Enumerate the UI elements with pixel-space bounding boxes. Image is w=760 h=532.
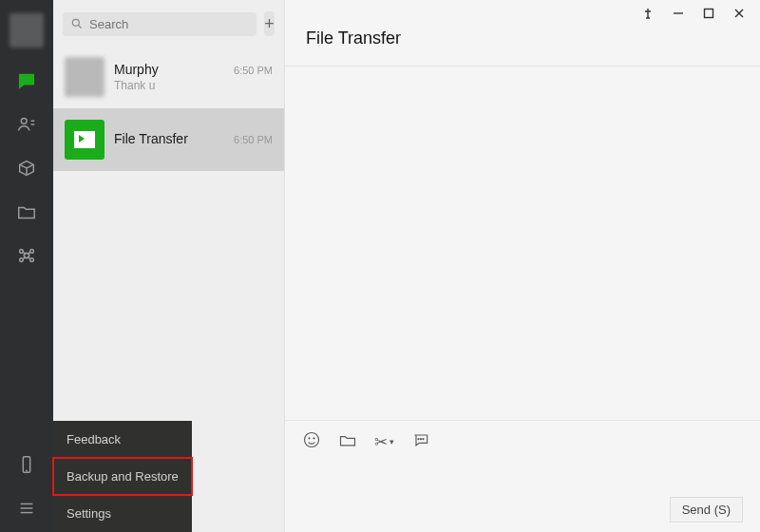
contacts-icon[interactable]	[16, 114, 37, 135]
svg-point-4	[20, 258, 24, 262]
chat-title: File Transfer	[306, 28, 739, 48]
chat-name: Murphy	[114, 62, 159, 77]
emoji-icon[interactable]	[302, 430, 321, 453]
svg-point-19	[314, 438, 314, 439]
chat-avatar	[65, 57, 104, 97]
phone-icon[interactable]	[16, 454, 37, 475]
svg-point-5	[30, 258, 34, 262]
close-icon[interactable]	[733, 8, 745, 19]
chat-item[interactable]: Murphy 6:50 PM Thank u	[53, 46, 284, 108]
svg-point-0	[21, 118, 27, 124]
chat-main: File Transfer ✂▾ Send (S)	[285, 0, 760, 532]
files-icon[interactable]	[16, 201, 37, 222]
chat-time: 6:50 PM	[234, 65, 273, 76]
chat-name: File Transfer	[114, 131, 188, 146]
svg-point-17	[305, 433, 319, 447]
maximize-icon[interactable]	[703, 8, 714, 19]
more-menu-popup: Feedback Backup and Restore Settings	[53, 421, 192, 532]
chat-list-panel: + Murphy 6:50 PM Thank u File Transfer 6…	[53, 0, 285, 532]
add-button[interactable]: +	[264, 11, 275, 36]
screenshot-icon[interactable]: ✂▾	[374, 432, 394, 452]
favorites-icon[interactable]	[16, 158, 37, 179]
minimize-icon[interactable]	[673, 8, 684, 19]
window-controls	[285, 0, 760, 27]
chat-history-icon[interactable]	[411, 430, 430, 453]
miniprogram-icon[interactable]	[16, 245, 37, 266]
chat-item[interactable]: File Transfer 6:50 PM	[53, 108, 284, 171]
user-avatar[interactable]	[10, 13, 44, 48]
chat-time: 6:50 PM	[234, 134, 273, 145]
chats-icon[interactable]	[16, 70, 37, 91]
svg-rect-14	[705, 10, 713, 18]
svg-line-12	[79, 26, 82, 28]
menu-item-backup-restore[interactable]: Backup and Restore	[53, 458, 192, 495]
attach-file-icon[interactable]	[338, 430, 357, 453]
menu-icon[interactable]	[16, 498, 37, 519]
composer: ✂▾ Send (S)	[285, 420, 760, 532]
send-button[interactable]: Send (S)	[670, 497, 743, 522]
pin-icon[interactable]	[642, 8, 654, 19]
chat-header: File Transfer	[285, 27, 760, 66]
search-icon	[70, 17, 84, 30]
svg-point-20	[418, 439, 419, 440]
menu-item-feedback[interactable]: Feedback	[53, 421, 192, 458]
search-input[interactable]	[89, 17, 249, 31]
svg-point-18	[309, 438, 310, 439]
svg-point-3	[30, 250, 34, 254]
menu-item-settings[interactable]: Settings	[53, 495, 192, 532]
search-field[interactable]	[63, 12, 256, 36]
file-transfer-icon	[65, 120, 104, 160]
svg-point-2	[20, 250, 24, 254]
nav-rail	[0, 0, 53, 532]
svg-point-11	[72, 19, 79, 26]
svg-point-21	[421, 439, 422, 440]
chat-preview: Thank u	[114, 79, 273, 92]
message-area[interactable]	[285, 66, 760, 420]
svg-point-22	[423, 439, 424, 440]
